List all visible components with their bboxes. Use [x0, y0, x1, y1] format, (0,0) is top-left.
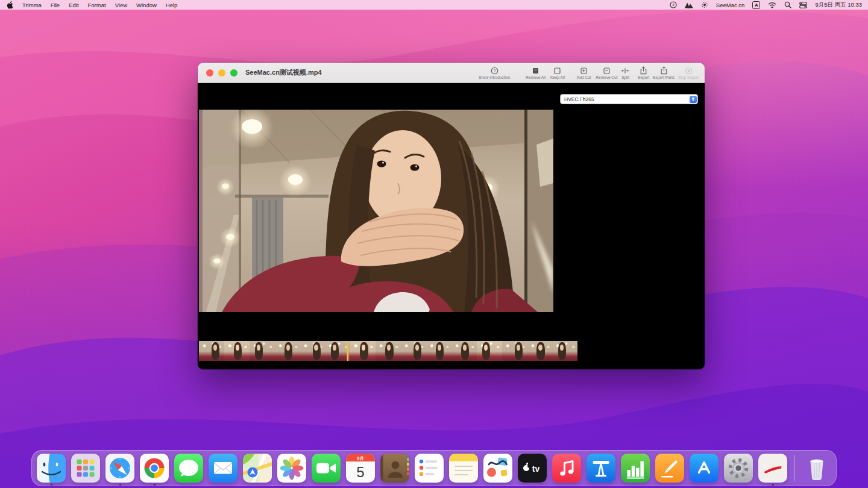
split-button[interactable]: Split: [621, 66, 629, 80]
stop-export-button: Stop Export: [678, 66, 699, 80]
search-icon[interactable]: [784, 1, 791, 8]
filmstrip-frame[interactable]: [527, 341, 553, 361]
menu-edit[interactable]: Edit: [69, 2, 78, 8]
finder-icon: [37, 454, 66, 483]
title-bar[interactable]: SeeMac.cn测试视频.mp4 ? Show Introduction Re…: [198, 63, 705, 83]
dock-item-keynote[interactable]: [587, 454, 615, 483]
export-parts-button[interactable]: Export Parts: [653, 66, 675, 80]
menubar-clock[interactable]: 9月5日 周五 10:33: [815, 1, 862, 9]
timeline-filmstrip[interactable]: [199, 341, 577, 361]
dock-item-trimma[interactable]: [758, 454, 787, 483]
trimma-icon: [758, 454, 787, 483]
dock-item-mail[interactable]: [209, 454, 237, 483]
show-introduction-button[interactable]: ? Show Introduction: [479, 66, 510, 80]
calendar-icon: 9月5: [346, 454, 375, 483]
messages-icon: [174, 454, 203, 483]
filmstrip-frame[interactable]: [477, 341, 502, 361]
minimize-button[interactable]: [218, 69, 225, 77]
remove-cut-button[interactable]: Remove Cut: [596, 66, 617, 80]
dock-item-calendar[interactable]: 9月5: [346, 454, 375, 483]
numbers-icon: [621, 454, 650, 483]
status-site-label[interactable]: SeeMac.cn: [716, 2, 745, 8]
popup-chevrons-icon: [690, 96, 697, 103]
toolbar-label: Export Parts: [653, 75, 675, 80]
apple-tv-icon: tv: [518, 454, 547, 483]
dock: 9月5 tv: [31, 450, 837, 486]
codec-select[interactable]: HVEC / h265: [560, 94, 698, 104]
dock-item-contacts[interactable]: [380, 454, 409, 483]
menu-file[interactable]: File: [51, 2, 60, 8]
filmstrip-frame[interactable]: [451, 341, 477, 361]
filmstrip-frame[interactable]: [275, 341, 300, 361]
input-source-a-icon[interactable]: A: [752, 1, 760, 9]
dock-item-tv[interactable]: tv: [518, 454, 547, 483]
export-button[interactable]: Export: [638, 66, 649, 80]
keynote-icon: [587, 454, 615, 483]
wifi-icon[interactable]: [768, 1, 776, 8]
control-center-icon[interactable]: [799, 1, 807, 8]
dock-item-pages[interactable]: [655, 454, 684, 483]
dock-item-photos[interactable]: [277, 454, 306, 483]
maps-icon: [243, 454, 272, 483]
filmstrip-frame[interactable]: [250, 341, 275, 361]
video-frame-art: [199, 110, 553, 312]
dock-item-facetime[interactable]: [312, 454, 341, 483]
filmstrip-frame[interactable]: [199, 341, 224, 361]
dock-item-trash[interactable]: [802, 454, 831, 483]
dock-item-numbers[interactable]: [621, 454, 650, 483]
safari-icon: [105, 454, 134, 483]
dock-item-notes[interactable]: [449, 454, 478, 483]
dock-item-settings[interactable]: [724, 454, 753, 483]
video-preview: [199, 110, 553, 312]
filmstrip-frame[interactable]: [426, 341, 451, 361]
share-parts-icon: [660, 66, 668, 75]
dock-item-freeform[interactable]: [483, 454, 512, 483]
chrome-icon: [140, 454, 169, 483]
dock-divider: [794, 455, 795, 481]
dock-item-maps[interactable]: [243, 454, 272, 483]
dock-item-reminders[interactable]: [415, 454, 444, 483]
dock-item-music[interactable]: [552, 454, 581, 483]
svg-text:z: z: [672, 2, 674, 7]
filmstrip-frame[interactable]: [376, 341, 401, 361]
filmstrip-frame[interactable]: [401, 341, 426, 361]
trimma-window: SeeMac.cn测试视频.mp4 ? Show Introduction Re…: [198, 63, 705, 369]
dock-item-finder[interactable]: [37, 454, 66, 483]
circled-z-icon[interactable]: z: [670, 1, 677, 8]
add-cut-button[interactable]: Add Cut: [577, 66, 591, 80]
apple-menu-icon[interactable]: [7, 1, 13, 8]
window-title: SeeMac.cn测试视频.mp4: [245, 68, 322, 77]
menu-view[interactable]: View: [115, 2, 127, 8]
remove-all-button[interactable]: Remove All: [526, 66, 546, 80]
plus-square-icon: [580, 66, 588, 75]
menu-help[interactable]: Help: [166, 2, 178, 8]
dock-item-appstore[interactable]: [690, 454, 719, 483]
menu-app-name[interactable]: Trimma: [22, 2, 42, 8]
system-preferences-icon: [724, 454, 753, 483]
filmstrip-frame[interactable]: [300, 341, 326, 361]
filmstrip-frame[interactable]: [224, 341, 250, 361]
playhead[interactable]: [347, 341, 348, 361]
mountains-icon[interactable]: [685, 1, 693, 8]
dock-item-launchpad[interactable]: [71, 454, 100, 483]
filmstrip-frame[interactable]: [502, 341, 527, 361]
sun-brightness-icon[interactable]: [701, 1, 708, 8]
menu-bar: Trimma File Edit Format View Window Help…: [0, 0, 868, 10]
outline-square-icon: [553, 66, 561, 75]
contacts-icon: [380, 454, 409, 483]
question-circle-icon: ?: [491, 66, 498, 75]
menu-window[interactable]: Window: [136, 2, 157, 8]
dock-item-safari[interactable]: [105, 454, 134, 483]
trash-icon: [802, 454, 831, 483]
freeform-icon: [483, 454, 512, 483]
dock-item-chrome[interactable]: [140, 454, 169, 483]
filmstrip-frame[interactable]: [552, 341, 577, 361]
dock-item-messages[interactable]: [174, 454, 203, 483]
toolbar-label: Remove All: [526, 75, 546, 80]
close-button[interactable]: [206, 69, 213, 77]
zoom-button[interactable]: [230, 69, 237, 77]
menu-format[interactable]: Format: [88, 2, 106, 8]
filmstrip-frame[interactable]: [350, 341, 376, 361]
keep-all-button[interactable]: Keep All: [550, 66, 565, 80]
svg-text:5: 5: [356, 464, 364, 480]
